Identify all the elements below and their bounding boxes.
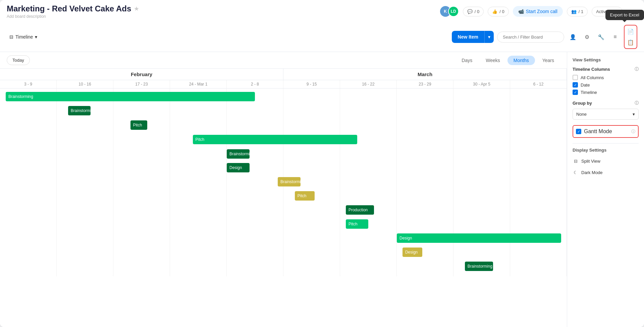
timeline-nav: Today Days Weeks Months Years xyxy=(0,52,567,69)
week-9: 30 - Apr 5 xyxy=(453,80,510,88)
gantt-bar-label: Production xyxy=(348,208,368,212)
group-by-section: Group by ⓘ None ▾ xyxy=(573,100,639,120)
grid-line-10 xyxy=(510,89,567,276)
gantt-bar-production-1[interactable]: Production xyxy=(346,205,374,215)
month-march: March xyxy=(283,69,567,80)
all-columns-checkbox[interactable] xyxy=(573,75,578,80)
gantt-bar-label: Brainstorming xyxy=(71,108,91,113)
view-settings-title: View Settings xyxy=(573,57,639,62)
star-icon[interactable]: ★ xyxy=(134,5,139,12)
dark-mode-label: Dark Mode xyxy=(581,170,603,175)
week-8: 23 - 29 xyxy=(397,80,453,88)
new-item-dropdown-button[interactable]: ▾ xyxy=(484,31,494,43)
date-item[interactable]: ✓ Date xyxy=(573,82,639,88)
gantt-bar-design-2[interactable]: Design xyxy=(402,248,422,257)
grid-line-2 xyxy=(57,89,113,276)
export-list-button[interactable]: 📋 xyxy=(625,37,636,48)
gantt-mode-item[interactable]: ✓ Gantt Mode ⓘ xyxy=(573,125,639,138)
grid-line-3 xyxy=(113,89,170,276)
timeline-item[interactable]: ✓ Timeline xyxy=(573,90,639,95)
group-by-label: Group by ⓘ xyxy=(573,100,639,106)
timeline-columns-info-icon[interactable]: ⓘ xyxy=(635,66,639,72)
gantt-bar-brainstorming-1[interactable]: Brainstorming xyxy=(6,92,255,101)
comment-icon: 💬 xyxy=(467,9,473,14)
new-item-button[interactable]: New Item xyxy=(452,31,484,43)
tab-weeks[interactable]: Weeks xyxy=(480,56,506,65)
gantt-mode-info-icon[interactable]: ⓘ xyxy=(631,129,635,134)
search-input[interactable] xyxy=(497,32,564,43)
grid-line-7 xyxy=(340,89,397,276)
date-checkbox[interactable]: ✓ xyxy=(573,82,578,88)
today-button[interactable]: Today xyxy=(7,55,30,65)
gantt-bar-label: Pitch xyxy=(196,137,205,142)
week-10: 6 - 12 xyxy=(510,80,567,88)
persons-btn[interactable]: 👥 / 1 xyxy=(567,7,588,16)
gantt-bar-pitch-4[interactable]: Pitch xyxy=(346,219,369,229)
export-tooltip: Export to Excel xyxy=(605,10,644,20)
split-view-item[interactable]: ⊟ Split View xyxy=(573,157,639,165)
view-label: Timeline xyxy=(15,34,33,40)
chevron-down-icon: ▾ xyxy=(35,34,37,40)
dark-mode-item[interactable]: ☾ Dark Mode xyxy=(573,168,639,177)
thumbs-icon: 👍 xyxy=(492,9,497,14)
display-settings-title: Display Settings xyxy=(573,148,639,153)
updates-btn[interactable]: 👍 / 0 xyxy=(488,7,508,16)
comments-count: / 0 xyxy=(475,9,479,14)
tab-years[interactable]: Years xyxy=(536,56,560,65)
filter-icon-button[interactable]: 🔧 xyxy=(596,32,606,42)
page-title: Marketing - Red Velvet Cake Ads xyxy=(7,4,131,13)
gantt-bar-label: Brainstorming xyxy=(8,94,33,99)
gantt-bar-label: Brainstorming xyxy=(468,264,492,269)
group-by-info-icon[interactable]: ⓘ xyxy=(635,100,639,106)
board-description[interactable]: Add board description xyxy=(7,14,139,19)
timeline-label: Timeline xyxy=(581,90,597,95)
columns-icon-button[interactable]: ≡ xyxy=(610,32,621,42)
gantt-bar-pitch-1[interactable]: Pitch xyxy=(130,120,148,130)
gantt-bar-pitch-2[interactable]: Pitch xyxy=(193,135,357,144)
weeks-header: 3 - 9 10 - 16 17 - 23 24 - Mar 1 2 - 8 9… xyxy=(0,80,567,89)
export-excel-button[interactable]: 📄 xyxy=(625,26,636,37)
week-3: 17 - 23 xyxy=(113,80,170,88)
grid-line-1 xyxy=(0,89,57,276)
gantt-bar-design-1[interactable]: Design xyxy=(227,163,250,172)
gantt-bar-pitch-3[interactable]: Pitch xyxy=(295,191,315,201)
split-view-label: Split View xyxy=(581,159,600,164)
gantt-mode-label: Gantt Mode xyxy=(584,128,612,134)
gantt-mode-checkbox[interactable]: ✓ xyxy=(576,129,581,134)
all-columns-item[interactable]: All Columns xyxy=(573,75,639,80)
gantt-bar-brainstorming-5[interactable]: Brainstorming xyxy=(465,262,493,271)
timeline-checkbox[interactable]: ✓ xyxy=(573,90,578,95)
timeline-icon: ⊟ xyxy=(9,34,13,40)
check-mark-icon-2: ✓ xyxy=(574,90,577,95)
toolbar-right: New Item ▾ 👤 ⚙ 🔧 ≡ Export to Excel 📄 📋 xyxy=(452,25,637,49)
week-4: 24 - Mar 1 xyxy=(170,80,227,88)
month-february: February xyxy=(0,69,283,80)
settings-icon-button[interactable]: ⚙ xyxy=(582,32,592,42)
group-by-dropdown[interactable]: None ▾ xyxy=(573,109,639,120)
week-6: 9 - 15 xyxy=(283,80,340,88)
gantt-bar-label: Design xyxy=(229,165,242,170)
week-1: 3 - 9 xyxy=(0,80,57,88)
gantt-bar-label: Design xyxy=(405,250,418,255)
gantt-bar-brainstorming-2[interactable]: Brainstorming xyxy=(68,106,91,115)
gantt-bar-label: Brainstorming xyxy=(229,152,250,156)
toolbar: ⊟ Timeline ▾ New Item ▾ 👤 ⚙ 🔧 ≡ Export t… xyxy=(7,22,637,52)
gantt-bar-brainstorming-4[interactable]: Brainstorming xyxy=(278,177,301,186)
grid-line-9 xyxy=(453,89,510,276)
comments-btn[interactable]: 💬 / 0 xyxy=(463,7,484,16)
panel-divider xyxy=(573,143,639,144)
gantt-mode-section: ✓ Gantt Mode ⓘ xyxy=(573,125,639,138)
tab-months[interactable]: Months xyxy=(507,56,535,65)
zoom-call-button[interactable]: 📹 Start Zoom call xyxy=(513,6,563,17)
gantt-bar-brainstorming-3[interactable]: Brainstorming xyxy=(227,149,250,159)
user-icon-button[interactable]: 👤 xyxy=(568,32,578,42)
gantt-grid: Brainstorming Brainstorming Pitch Pitch xyxy=(0,89,567,276)
avatar-ld[interactable]: LD xyxy=(448,6,459,17)
tab-days[interactable]: Days xyxy=(455,56,478,65)
new-item-wrap: New Item ▾ xyxy=(452,31,494,43)
gantt-bar-design-wide[interactable]: Design xyxy=(397,233,561,243)
timeline-view-toggle[interactable]: ⊟ Timeline ▾ xyxy=(7,33,40,41)
gantt-bar-label: Pitch xyxy=(298,194,307,198)
gantt-bar-label: Design xyxy=(399,236,412,240)
week-5: 2 - 8 xyxy=(227,80,283,88)
